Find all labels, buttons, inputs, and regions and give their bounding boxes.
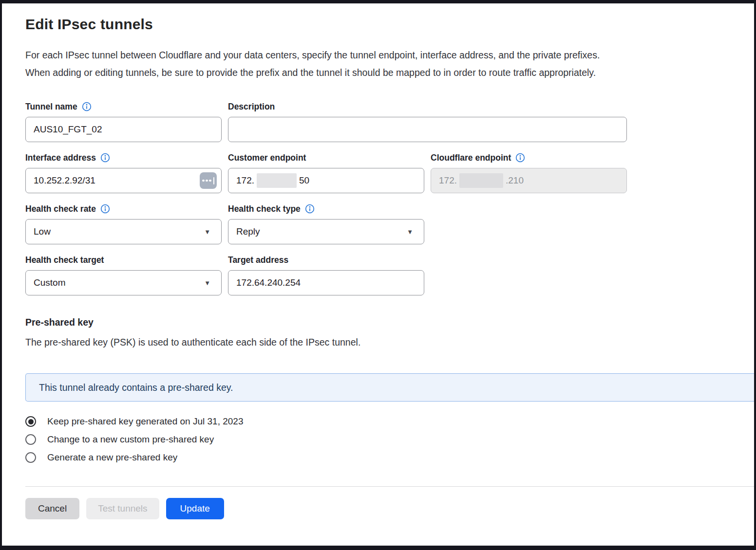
customer-endpoint-input[interactable]: 172. 50: [228, 168, 424, 193]
target-address-field: Target address: [228, 254, 424, 295]
psk-banner-text: This tunnel already contains a pre-share…: [39, 382, 233, 393]
health-check-rate-select[interactable]: Low ▼: [25, 219, 222, 244]
form-row-3: Health check rate Low ▼ Health check typ…: [25, 203, 754, 244]
interface-address-input[interactable]: [25, 168, 222, 193]
psk-info-banner: This tunnel already contains a pre-share…: [25, 373, 754, 402]
health-check-type-label: Health check type: [228, 203, 424, 215]
cloudflare-endpoint-value-suffix: .210: [506, 175, 524, 186]
interface-address-field: Interface address: [25, 152, 222, 193]
intro-text: For each IPsec tunnel between Cloudflare…: [25, 46, 754, 81]
psk-heading: Pre-shared key: [25, 317, 754, 328]
customer-endpoint-label: Customer endpoint: [228, 152, 424, 164]
target-address-label-text: Target address: [228, 255, 288, 265]
description-input[interactable]: [228, 117, 627, 142]
radio-custom-psk[interactable]: Change to a new custom pre-shared key: [25, 434, 754, 445]
tunnel-name-label: Tunnel name: [25, 101, 222, 112]
test-tunnels-button[interactable]: Test tunnels: [86, 498, 159, 519]
form-row-2: Interface address Customer endpoint: [25, 152, 754, 193]
health-check-type-field: Health check type Reply ▼: [228, 203, 424, 244]
footer-actions: Cancel Test tunnels Update: [25, 498, 754, 519]
health-check-rate-label-text: Health check rate: [25, 204, 96, 214]
intro-line-2: When adding or editing tunnels, be sure …: [25, 64, 754, 81]
info-icon[interactable]: [82, 102, 92, 111]
description-field: Description: [228, 101, 627, 142]
radio-generate-psk-label: Generate a new pre-shared key: [47, 452, 177, 463]
password-manager-autofill-icon[interactable]: [200, 172, 217, 189]
target-address-input[interactable]: [228, 270, 424, 295]
customer-endpoint-field: Customer endpoint 172. 50: [228, 152, 424, 193]
cloudflare-endpoint-value-prefix: 172.: [439, 175, 457, 186]
intro-line-1: For each IPsec tunnel between Cloudflare…: [25, 46, 754, 64]
tunnel-name-label-text: Tunnel name: [25, 102, 77, 112]
page-title: Edit IPsec tunnels: [25, 16, 754, 33]
health-check-rate-label: Health check rate: [25, 203, 222, 215]
radio-button-icon[interactable]: [25, 434, 36, 445]
interface-address-label-text: Interface address: [25, 153, 96, 163]
cloudflare-endpoint-field: Cloudflare endpoint 172. .210: [431, 152, 627, 193]
customer-endpoint-label-text: Customer endpoint: [228, 153, 306, 163]
interface-address-label: Interface address: [25, 152, 222, 164]
tunnel-name-input[interactable]: [25, 117, 222, 142]
form-row-1: Tunnel name Description: [25, 101, 754, 142]
chevron-down-icon: ▼: [204, 229, 210, 235]
form-row-4: Health check target Custom ▼ Target addr…: [25, 254, 754, 295]
health-check-type-value: Reply: [236, 226, 260, 237]
radio-button-icon[interactable]: [25, 416, 36, 427]
health-check-target-value: Custom: [34, 277, 65, 288]
cloudflare-endpoint-input: 172. .210: [431, 168, 627, 193]
customer-endpoint-value-suffix: 50: [299, 175, 309, 186]
info-icon[interactable]: [305, 204, 315, 214]
description-label: Description: [228, 101, 627, 112]
radio-keep-psk[interactable]: Keep pre-shared key generated on Jul 31,…: [25, 416, 754, 427]
info-icon[interactable]: [515, 153, 525, 163]
cancel-button[interactable]: Cancel: [25, 498, 79, 519]
health-check-target-select[interactable]: Custom ▼: [25, 270, 222, 295]
health-check-type-label-text: Health check type: [228, 204, 301, 214]
radio-generate-psk[interactable]: Generate a new pre-shared key: [25, 452, 754, 463]
target-address-label: Target address: [228, 254, 424, 266]
health-check-target-label: Health check target: [25, 254, 222, 266]
health-check-target-field: Health check target Custom ▼: [25, 254, 222, 295]
info-icon[interactable]: [100, 204, 110, 214]
radio-custom-psk-label: Change to a new custom pre-shared key: [47, 434, 214, 445]
description-label-text: Description: [228, 102, 275, 112]
footer-divider: [25, 486, 754, 487]
cloudflare-endpoint-label-text: Cloudflare endpoint: [431, 153, 511, 163]
cloudflare-endpoint-label: Cloudflare endpoint: [431, 152, 627, 164]
chevron-down-icon: ▼: [407, 229, 413, 235]
psk-options: Keep pre-shared key generated on Jul 31,…: [25, 416, 754, 463]
redacted-value: [459, 173, 503, 188]
health-check-rate-value: Low: [34, 226, 51, 237]
psk-description: The pre-shared key (PSK) is used to auth…: [25, 337, 754, 348]
info-icon[interactable]: [100, 153, 110, 163]
health-check-type-select[interactable]: Reply ▼: [228, 219, 424, 244]
update-button[interactable]: Update: [166, 498, 224, 519]
tunnel-name-field: Tunnel name: [25, 101, 222, 142]
health-check-target-label-text: Health check target: [25, 255, 104, 265]
interface-address-input-wrap: [25, 168, 222, 193]
redacted-value: [257, 173, 297, 188]
radio-button-icon[interactable]: [25, 452, 36, 463]
customer-endpoint-value-prefix: 172.: [236, 175, 254, 186]
edit-ipsec-tunnels-dialog: Edit IPsec tunnels For each IPsec tunnel…: [0, 0, 756, 550]
health-check-rate-field: Health check rate Low ▼: [25, 203, 222, 244]
radio-keep-psk-label: Keep pre-shared key generated on Jul 31,…: [47, 416, 243, 427]
chevron-down-icon: ▼: [204, 280, 210, 286]
